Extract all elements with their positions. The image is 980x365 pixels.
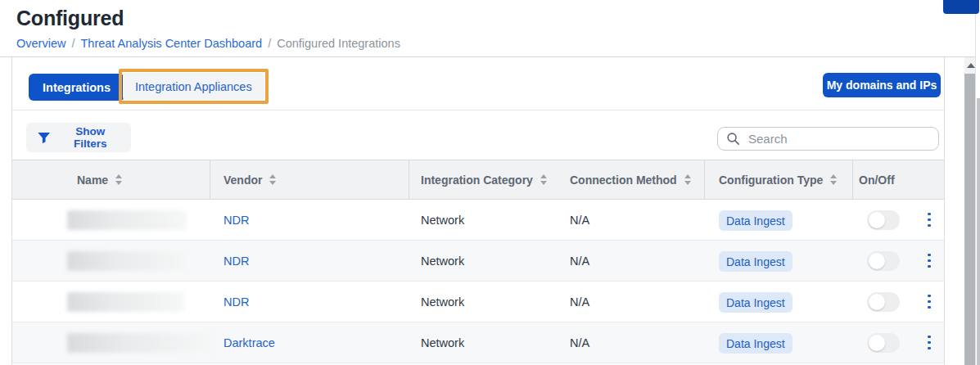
configuration-type-badge[interactable]: Data Ingest: [719, 333, 793, 354]
redacted-name: [67, 292, 184, 312]
integration-category-value: Network: [421, 241, 464, 281]
sort-icon: [684, 174, 691, 185]
kebab-menu-button[interactable]: [919, 241, 939, 281]
sort-icon: [540, 174, 547, 185]
kebab-menu-button[interactable]: [919, 282, 939, 322]
connection-method-value: N/A: [570, 282, 589, 322]
vendor-link[interactable]: NDR: [224, 241, 249, 281]
column-label: Integration Category: [421, 173, 533, 187]
page-title: Configured: [16, 7, 124, 30]
configuration-type-badge[interactable]: Data Ingest: [719, 251, 793, 272]
tab-integration-appliances[interactable]: Integration Appliances: [123, 73, 264, 100]
connection-method-value: N/A: [570, 200, 589, 240]
breadcrumb-link-overview[interactable]: Overview: [16, 37, 65, 50]
column-separator: [409, 160, 409, 199]
filter-funnel-icon: [37, 130, 51, 146]
configured-integrations-page: Configured Overview/Threat Analysis Cent…: [0, 0, 980, 365]
column-label: Vendor: [224, 173, 262, 187]
on-off-toggle[interactable]: [867, 251, 900, 271]
breadcrumb-separator: /: [268, 37, 271, 50]
search-box: [717, 127, 939, 151]
column-label: Connection Method: [570, 173, 677, 187]
column-separator: [704, 160, 705, 199]
connection-method-value: N/A: [570, 322, 589, 363]
tabs-divider: [12, 110, 944, 110]
show-filters-label: Show Filters: [60, 125, 120, 150]
breadcrumb-link-dashboard[interactable]: Threat Analysis Center Dashboard: [80, 37, 262, 50]
show-filters-button[interactable]: Show Filters: [26, 123, 131, 152]
table-row: Darktrace Network N/A Data Ingest: [12, 322, 944, 363]
up-arrow-icon: [967, 63, 975, 68]
column-header-connection-method[interactable]: Connection Method: [570, 160, 691, 199]
outer-scrollbar-thumb[interactable]: [977, 98, 980, 365]
search-icon: [726, 132, 740, 146]
window-edge: [975, 0, 980, 365]
vendor-link[interactable]: NDR: [224, 282, 249, 322]
column-header-onoff: On/Off: [859, 160, 895, 199]
breadcrumb-separator: /: [71, 37, 75, 50]
redacted-name: [67, 210, 187, 230]
toggle-knob: [869, 294, 885, 310]
sort-icon: [269, 174, 276, 185]
table-row: NDR Network N/A Data Ingest: [12, 282, 944, 322]
column-label: On/Off: [859, 173, 895, 187]
redacted-name: [67, 251, 188, 271]
column-separator: [210, 160, 210, 199]
column-label: Configuration Type: [719, 173, 823, 187]
annotation-highlight-box: Integration Appliances: [119, 69, 269, 104]
toggle-knob: [869, 335, 885, 351]
vendor-link[interactable]: NDR: [224, 200, 249, 240]
redacted-name: [67, 333, 213, 353]
tab-integrations[interactable]: Integrations: [29, 74, 124, 101]
column-label: Name: [77, 173, 108, 187]
content-card: Integrations Integration Appliances My d…: [11, 57, 945, 365]
toggle-knob: [869, 212, 885, 228]
sort-icon: [830, 174, 837, 185]
column-header-name[interactable]: Name: [77, 160, 122, 199]
my-domains-and-ips-button[interactable]: My domains and IPs: [823, 73, 941, 97]
column-header-configuration-type[interactable]: Configuration Type: [719, 160, 837, 199]
search-input[interactable]: [748, 132, 930, 146]
connection-method-value: N/A: [570, 241, 589, 281]
kebab-menu-button[interactable]: [919, 322, 939, 363]
table-body: NDR Network N/A Data Ingest NDR Network …: [12, 200, 944, 363]
kebab-menu-button[interactable]: [919, 200, 939, 240]
column-header-integration-category[interactable]: Integration Category: [421, 160, 547, 199]
toggle-knob: [869, 253, 885, 269]
breadcrumb-current: Configured Integrations: [277, 37, 400, 50]
table-row: NDR Network N/A Data Ingest: [12, 200, 944, 241]
breadcrumb: Overview/Threat Analysis Center Dashboar…: [16, 37, 400, 50]
table-header: Name Vendor Integration Category Connect…: [12, 160, 944, 200]
column-header-vendor[interactable]: Vendor: [224, 160, 276, 199]
configuration-type-badge[interactable]: Data Ingest: [719, 210, 793, 231]
integration-category-value: Network: [421, 322, 464, 363]
vendor-link[interactable]: Darktrace: [224, 322, 275, 363]
integration-category-value: Network: [421, 200, 464, 240]
sort-icon: [115, 174, 122, 185]
on-off-toggle[interactable]: [867, 333, 900, 353]
configuration-type-badge[interactable]: Data Ingest: [719, 292, 793, 313]
integration-category-value: Network: [421, 282, 464, 322]
on-off-toggle[interactable]: [867, 210, 900, 230]
clipped-corner-button[interactable]: [943, 0, 979, 14]
table-row: NDR Network N/A Data Ingest: [12, 241, 944, 282]
on-off-toggle[interactable]: [867, 292, 900, 312]
column-separator: [852, 160, 853, 199]
